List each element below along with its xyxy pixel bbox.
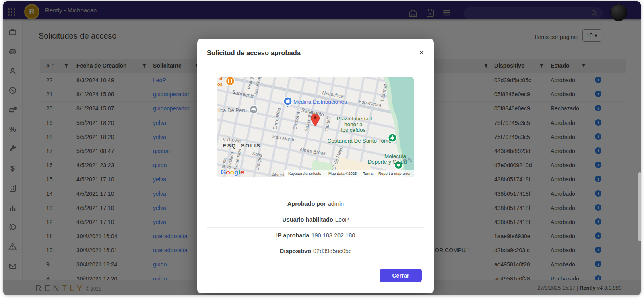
poi-label-medina: Medina Distribuciones (293, 99, 347, 105)
poi-label-plaza: los caídos (341, 127, 366, 133)
map-keyboard-shortcuts[interactable]: Keyboard shortcuts (288, 171, 321, 176)
map[interactable]: Sarmiento Pellegrini Azcuénaga Necochea … (217, 77, 414, 177)
poi-label-partial: os (217, 82, 223, 87)
map-terms-link[interactable]: Terms (363, 171, 374, 176)
scrollbar-thumb[interactable] (638, 172, 641, 241)
detail-value: 190.183.202.180 (311, 232, 355, 239)
poi-label-partial: el (219, 77, 222, 81)
google-map: Sarmiento Pellegrini Azcuénaga Necochea … (217, 77, 414, 177)
street-label: lica De Peru (218, 107, 247, 113)
poi-school-icon (250, 106, 258, 114)
detail-row: IP aprobada190.183.202.180 (207, 227, 424, 243)
modal-title: Solicitud de acceso aprobada (207, 49, 301, 57)
map-report-error-link[interactable]: Report a map error (378, 171, 411, 176)
cerrar-button[interactable]: Cerrar (380, 269, 422, 282)
detail-label: Usuario habilitado (282, 216, 333, 223)
poi-restaurant-icon (226, 77, 235, 85)
map-data-attribution: Map data ©2025 (328, 171, 357, 176)
detail-label: Aprobado por (287, 201, 326, 207)
detail-row: Aprobado poradmin (207, 196, 424, 212)
detail-label: Dispositivo (280, 248, 311, 254)
modal-solicitud-aprobada: Solicitud de acceso aprobada × (197, 39, 434, 293)
google-logo: Google (221, 168, 244, 176)
poi-label-plaza: honor a (344, 121, 363, 127)
detail-value: LeoP (335, 216, 349, 223)
app-window: R Rently - Michoacan % $ (3, 1, 641, 295)
street-label: Alvear (272, 172, 285, 177)
detail-label: IP aprobada (276, 232, 310, 239)
detail-value: 02d39d5ac05c (313, 248, 351, 254)
poi-label-molecula: Molecula (384, 153, 407, 159)
street-label: ESQ. SOLIS (223, 143, 261, 149)
close-icon[interactable]: × (417, 48, 426, 57)
detail-row: Dispositivo02d39d5ac05c (207, 243, 424, 259)
poi-label-costanera: Costanera De Santo Tome (328, 138, 392, 144)
detail-row: Usuario habilitadoLeoP (207, 212, 424, 227)
poi-label-molecula: Deporte y Salud (368, 159, 407, 165)
modal-details: Aprobado poradmin Usuario habilitadoLeoP… (207, 196, 424, 259)
detail-value: admin (328, 201, 344, 207)
poi-label-plaza: Plaza Libertad (337, 116, 372, 122)
